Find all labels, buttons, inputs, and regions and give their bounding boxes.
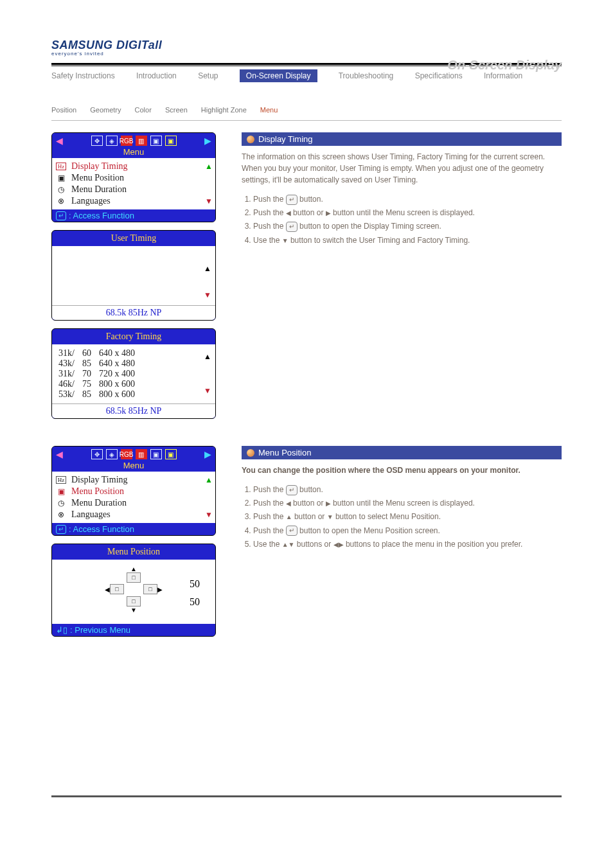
osd-item-menu-position[interactable]: ▣ Menu Position <box>56 486 211 497</box>
scroll-down-icon[interactable]: ▼ <box>204 290 211 300</box>
subnav-screen[interactable]: Screen <box>165 106 188 114</box>
osd-item-menu-position[interactable]: ▣ Menu Position <box>56 172 211 184</box>
osd-item-display-timing[interactable]: Hz Display Timing <box>56 161 211 172</box>
right-arrow-icon: ▶ <box>326 209 331 217</box>
move-left-button[interactable]: □ <box>110 584 124 594</box>
enter-icon: ↵ <box>56 525 66 534</box>
scroll-up-icon[interactable]: ▲ <box>205 475 213 484</box>
color-icon[interactable]: RGB <box>121 136 132 146</box>
display-timing-desc: The information on this screen shows Use… <box>242 151 562 186</box>
tab-specs[interactable]: Specifications <box>415 71 463 80</box>
nav-left-icon[interactable]: ◀ <box>56 449 63 459</box>
left-arrow-icon: ◀ <box>286 209 291 217</box>
highlight-icon[interactable]: ▣ <box>150 136 162 146</box>
menu-position-steps: Push the ↵ button. Push the ◀ button or … <box>242 484 562 551</box>
subnav-highlight[interactable]: Highlight Zone <box>201 106 247 114</box>
scroll-down-icon[interactable]: ▼ <box>205 197 213 206</box>
nav-left-icon[interactable]: ◀ <box>56 136 63 146</box>
left-right-arrow-icon: ◀▶ <box>333 541 344 548</box>
position-icon[interactable]: ✥ <box>91 136 103 146</box>
tab-trouble[interactable]: Troubleshooting <box>339 71 394 80</box>
subnav-menu[interactable]: Menu <box>260 106 278 114</box>
enter-icon: ↵ <box>286 526 298 536</box>
scroll-down-icon[interactable]: ▼ <box>204 386 211 396</box>
menu-position-title: Menu Position <box>52 544 215 560</box>
hz-icon: Hz <box>56 476 66 484</box>
move-up-button[interactable]: □ <box>127 572 141 583</box>
tab-osd[interactable]: On-Screen Display <box>240 69 317 82</box>
position-item-icon: ▣ <box>56 487 66 497</box>
scroll-up-icon[interactable]: ▲ <box>204 264 211 274</box>
subnav-divider <box>51 120 562 121</box>
tab-info[interactable]: Information <box>484 71 522 80</box>
subnav-geometry[interactable]: Geometry <box>90 106 121 114</box>
geometry-icon[interactable]: ◈ <box>106 136 118 146</box>
display-timing-header: Display Timing <box>242 132 562 146</box>
lang-icon: ⊗ <box>56 510 66 520</box>
osd-menu-list: Hz Display Timing ▣ Menu Position ◷ Menu… <box>52 472 215 523</box>
left-arrow-icon: ◀ <box>105 586 110 593</box>
nav-right-icon[interactable]: ▶ <box>204 136 211 146</box>
factory-timing-body: 31k/60640 x 480 43k/85640 x 480 31k/7072… <box>52 344 215 403</box>
geometry-icon[interactable]: ◈ <box>106 449 118 459</box>
exit-icon: ↲▯ <box>56 625 67 635</box>
menu-position-panel: Menu Position ▲ □ ◀ □ <box>51 544 216 637</box>
down-arrow-icon: ▼ <box>130 607 137 614</box>
tab-intro[interactable]: Introduction <box>136 71 177 80</box>
clock-icon: ◷ <box>56 499 66 508</box>
factory-timing-panel: Factory Timing 31k/60640 x 480 43k/85640… <box>51 328 216 419</box>
step-2: Push the ◀ button or ▶ button until the … <box>253 497 562 509</box>
user-timing-panel: User Timing ▲ ▼ 68.5k 85Hz NP <box>51 230 216 321</box>
move-down-button[interactable]: □ <box>127 596 141 607</box>
menu-position-header: Menu Position <box>242 446 562 459</box>
move-right-button[interactable]: □ <box>143 584 157 594</box>
scroll-up-icon[interactable]: ▲ <box>205 162 213 171</box>
menu-pos-value-v: 50 <box>190 593 200 611</box>
osd-menu-panel: ◀ ✥ ◈ RGB ▥ ▣ ▣ ▶ Menu Hz Display T <box>51 132 216 222</box>
right-arrow-icon: ▶ <box>326 500 331 507</box>
step-1: Push the ↵ button. <box>253 484 562 496</box>
screen-icon[interactable]: ▥ <box>136 136 147 146</box>
osd-hint: ↵ : Access Function <box>52 209 215 222</box>
osd-menu-panel-2: ◀ ✥ ◈ RGB ▥ ▣ ▣ ▶ Menu Hz Display T <box>51 446 216 536</box>
osd-item-languages[interactable]: ⊗ Languages <box>56 195 211 207</box>
osd-item-languages[interactable]: ⊗ Languages <box>56 509 211 520</box>
scroll-up-icon[interactable]: ▲ <box>204 352 211 362</box>
tab-safety[interactable]: Safety Instructions <box>51 71 115 80</box>
osd-iconbar: ◀ ✥ ◈ RGB ▥ ▣ ▣ ▶ <box>52 133 215 147</box>
table-row: 46k/75800 x 600 <box>58 379 209 389</box>
highlight-icon[interactable]: ▣ <box>150 449 162 459</box>
menu-icon[interactable]: ▣ <box>165 449 177 459</box>
table-row: 31k/60640 x 480 <box>58 348 209 359</box>
clock-icon: ◷ <box>56 185 66 195</box>
step-4: Use the ▼ button to switch the User Timi… <box>253 235 562 247</box>
subnav-color[interactable]: Color <box>135 106 152 114</box>
color-icon[interactable]: RGB <box>121 449 132 459</box>
osd-hint: ↵ : Access Function <box>52 523 215 535</box>
osd-menu-title: Menu <box>52 461 215 472</box>
table-row: 53k/85800 x 600 <box>58 389 209 400</box>
position-icon[interactable]: ✥ <box>91 449 103 459</box>
osd-item-display-timing[interactable]: Hz Display Timing <box>56 474 211 486</box>
subnav-position[interactable]: Position <box>51 106 76 114</box>
menu-position-desc: You can change the position where the OS… <box>242 465 562 476</box>
display-timing-steps: Push the ↵ button. Push the ◀ button or … <box>242 193 562 247</box>
osd-item-menu-duration[interactable]: ◷ Menu Duration <box>56 497 211 509</box>
osd-iconbar: ◀ ✥ ◈ RGB ▥ ▣ ▣ ▶ <box>52 447 215 461</box>
user-timing-body: ▲ ▼ <box>52 246 215 305</box>
step-1: Push the ↵ button. <box>253 193 562 206</box>
screen-icon[interactable]: ▥ <box>136 449 147 459</box>
menu-position-body: ▲ □ ◀ □ □ ▶ <box>52 560 215 624</box>
page-title: On-Screen Display <box>447 58 562 73</box>
nav-right-icon[interactable]: ▶ <box>204 449 211 459</box>
main-tabs: Safety Instructions Introduction Setup O… <box>51 71 562 80</box>
menu-position-foot: ↲▯ : Previous Menu <box>52 624 215 636</box>
position-item-icon: ▣ <box>56 173 66 183</box>
menu-icon[interactable]: ▣ <box>165 136 177 146</box>
up-arrow-icon: ▲ <box>130 565 137 572</box>
tab-setup[interactable]: Setup <box>198 71 218 80</box>
footer-divider <box>51 795 562 797</box>
enter-icon: ↵ <box>286 222 298 232</box>
scroll-down-icon[interactable]: ▼ <box>205 510 213 519</box>
osd-item-menu-duration[interactable]: ◷ Menu Duration <box>56 184 211 195</box>
